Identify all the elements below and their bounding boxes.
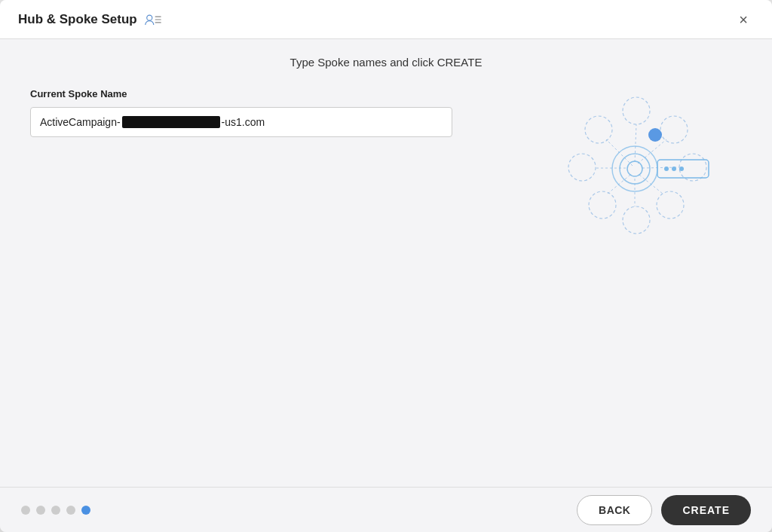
right-panel — [531, 81, 742, 487]
create-button[interactable]: CREATE — [661, 495, 751, 525]
redacted-value — [122, 116, 220, 128]
content-area: Current Spoke Name ActiveCampaign- -us1.… — [0, 81, 772, 487]
header-icon-group — [145, 11, 161, 28]
hub-spoke-setup-modal: Hub & Spoke Setup × Type Spoke names and… — [0, 0, 772, 532]
svg-point-0 — [146, 15, 152, 20]
svg-point-10 — [589, 191, 616, 219]
svg-point-11 — [568, 154, 596, 181]
svg-point-7 — [679, 154, 706, 181]
modal-title: Hub & Spoke Setup — [18, 12, 137, 27]
svg-point-4 — [585, 116, 612, 143]
svg-point-27 — [679, 167, 684, 171]
header-left: Hub & Spoke Setup — [18, 11, 161, 28]
pagination-dot-4 — [66, 506, 75, 515]
hub-spoke-diagram — [546, 88, 727, 239]
instruction-text: Type Spoke names and click CREATE — [0, 39, 772, 81]
input-prefix: ActiveCampaign- — [40, 116, 121, 128]
pagination-dot-2 — [36, 506, 45, 515]
close-button[interactable]: × — [733, 9, 754, 30]
pagination-dot-5 — [81, 506, 90, 515]
modal-footer: BACK CREATE — [0, 487, 772, 532]
back-button[interactable]: BACK — [577, 495, 652, 525]
pagination-dot-1 — [21, 506, 30, 515]
svg-point-8 — [657, 191, 684, 219]
svg-point-9 — [623, 206, 650, 234]
svg-point-25 — [664, 167, 669, 171]
spoke-name-field-wrapper: ActiveCampaign- -us1.com — [30, 107, 452, 137]
pagination-dot-3 — [51, 506, 60, 515]
svg-line-13 — [635, 124, 636, 162]
svg-point-23 — [648, 128, 662, 142]
svg-point-5 — [623, 97, 650, 124]
person-list-icon — [145, 11, 161, 28]
field-label: Current Spoke Name — [30, 88, 531, 99]
svg-point-22 — [627, 161, 642, 176]
footer-buttons: BACK CREATE — [577, 495, 751, 525]
pagination-dots — [21, 506, 90, 515]
input-suffix: -us1.com — [222, 116, 265, 128]
left-panel: Current Spoke Name ActiveCampaign- -us1.… — [30, 81, 531, 487]
svg-point-6 — [660, 116, 688, 143]
svg-point-26 — [672, 167, 676, 171]
modal-body: Type Spoke names and click CREATE Curren… — [0, 39, 772, 487]
modal-header: Hub & Spoke Setup × — [0, 0, 772, 39]
